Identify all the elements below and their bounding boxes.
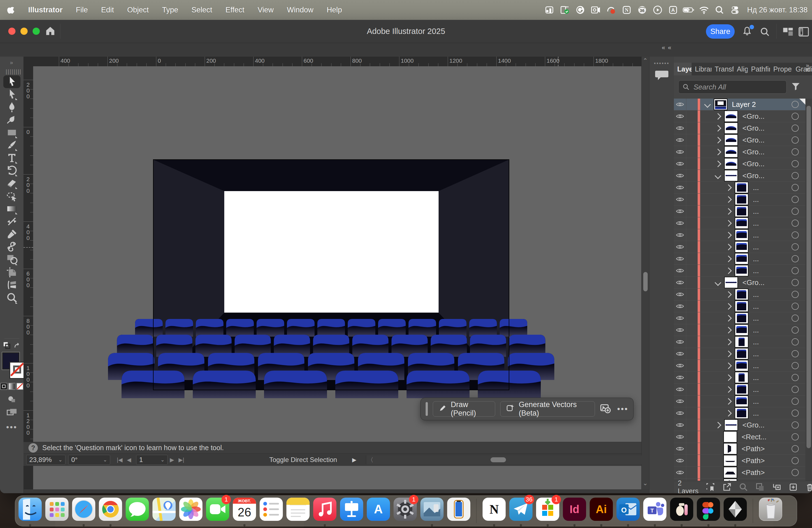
layer-thumbnail[interactable] — [735, 265, 749, 276]
visibility-toggle[interactable] — [674, 395, 686, 407]
direct-selection-tool[interactable] — [3, 88, 20, 101]
layer-thumbnail[interactable] — [735, 182, 749, 193]
draw-pencil-button[interactable]: Draw (Pencil) — [433, 401, 495, 417]
dock-app-appstore[interactable]: A — [366, 495, 391, 526]
chevron-right-icon[interactable] — [725, 386, 731, 393]
target-circle[interactable] — [792, 172, 799, 179]
target-circle[interactable] — [792, 279, 799, 286]
lock-toggle[interactable] — [686, 419, 698, 431]
grammarly-icon[interactable] — [574, 4, 586, 16]
canvas-vertical-scrollbar[interactable]: ⌃ ⌄ — [641, 57, 649, 489]
horizontal-ruler[interactable]: 4002000200400600800100012001400160018002… — [33, 57, 649, 67]
layer-thumbnail[interactable] — [723, 467, 737, 478]
visibility-toggle[interactable] — [674, 289, 686, 300]
chevron-right-icon[interactable] — [714, 113, 721, 120]
panel-tab-transform[interactable]: Transform — [711, 63, 734, 75]
layer-object-row[interactable]: <Gro... — [674, 158, 806, 170]
chevron-right-icon[interactable] — [725, 255, 731, 262]
taskbar-drag-handle[interactable] — [425, 402, 428, 416]
spotlight-icon[interactable] — [713, 4, 726, 16]
layer-thumbnail[interactable] — [735, 336, 749, 348]
layer-object-row[interactable]: <Gro... — [674, 419, 806, 431]
lock-toggle[interactable] — [686, 241, 698, 253]
dock-app-maps[interactable] — [152, 495, 176, 526]
chevron-right-icon[interactable] — [714, 149, 721, 155]
layer-thumbnail[interactable] — [735, 229, 749, 241]
layer-thumbnail[interactable] — [724, 111, 738, 122]
layer-thumbnail[interactable] — [735, 384, 749, 395]
target-circle[interactable] — [792, 457, 799, 464]
lock-toggle[interactable] — [686, 395, 698, 407]
chevron-right-icon[interactable] — [725, 339, 731, 345]
layer-label[interactable]: ... — [753, 350, 792, 358]
layers-search-input[interactable]: Search All — [678, 80, 787, 93]
lasso-tool[interactable] — [3, 190, 20, 202]
last-artboard-icon[interactable]: ▶| — [178, 456, 184, 463]
lock-toggle[interactable] — [686, 99, 698, 110]
layer-object-row[interactable]: ... — [674, 241, 806, 253]
dock-app-safari[interactable] — [72, 495, 96, 526]
chevron-down-icon[interactable] — [714, 172, 721, 179]
lock-toggle[interactable] — [686, 182, 698, 193]
recording-icon[interactable] — [605, 4, 617, 16]
lock-toggle[interactable] — [686, 229, 698, 241]
layer-thumbnail[interactable] — [723, 431, 737, 443]
add-image-icon[interactable] — [600, 403, 611, 415]
panel-strip-grip[interactable]: ▪▪▪▪▪▪ — [653, 60, 670, 66]
layer-object-row[interactable]: ... — [674, 360, 806, 372]
lock-toggle[interactable] — [686, 407, 698, 419]
layer-thumbnail[interactable] — [735, 312, 749, 324]
swap-fill-stroke-icon[interactable] — [12, 341, 21, 351]
menu-item-effect[interactable]: Effect — [219, 6, 251, 14]
taskbar-more-icon[interactable]: ••• — [617, 404, 628, 414]
layer-label[interactable]: ... — [753, 397, 792, 406]
chevron-right-icon[interactable] — [714, 137, 721, 143]
layer-label[interactable]: ... — [753, 373, 792, 382]
dock-app-notes[interactable] — [286, 495, 310, 526]
target-circle[interactable] — [792, 267, 799, 274]
dock-app-keynote[interactable] — [339, 495, 364, 526]
lock-toggle[interactable] — [686, 205, 698, 217]
lock-toggle[interactable] — [686, 431, 698, 443]
screen-mode-icon[interactable] — [6, 408, 17, 418]
visibility-toggle[interactable] — [674, 312, 686, 324]
dock-app-chrome[interactable] — [98, 495, 122, 526]
app-window-icon[interactable] — [543, 4, 555, 16]
menu-item-object[interactable]: Object — [121, 6, 156, 14]
layer-thumbnail[interactable] — [735, 289, 749, 300]
visibility-toggle[interactable] — [674, 265, 686, 276]
layer-thumbnail[interactable] — [735, 395, 749, 407]
zoom-tool[interactable] — [3, 291, 20, 304]
layer-thumbnail[interactable] — [735, 372, 749, 383]
visibility-toggle[interactable] — [674, 384, 686, 395]
ruler-corner[interactable] — [24, 57, 33, 67]
target-circle[interactable] — [792, 184, 799, 191]
comments-panel-icon[interactable] — [655, 69, 669, 82]
lock-toggle[interactable] — [686, 360, 698, 371]
clipping-mask-icon[interactable] — [755, 482, 765, 492]
lock-toggle[interactable] — [686, 455, 698, 466]
scroll-down-icon[interactable]: ⌄ — [643, 480, 648, 487]
layer-object-row[interactable]: ... — [674, 395, 806, 407]
layer-object-row[interactable]: ... — [674, 289, 806, 300]
panel-tab-properties[interactable]: Properties — [770, 63, 793, 75]
wifi-icon[interactable] — [698, 4, 710, 16]
selection-tool[interactable] — [3, 75, 20, 88]
visibility-toggle[interactable] — [674, 431, 686, 443]
share-button[interactable]: Share — [706, 24, 735, 39]
target-circle[interactable] — [792, 148, 799, 156]
visibility-toggle[interactable] — [674, 122, 686, 134]
layer-label[interactable]: ... — [753, 302, 792, 311]
perspective-tool[interactable] — [3, 279, 20, 291]
scroll-left-icon[interactable]: 〈 — [367, 456, 373, 464]
new-sublayer-icon[interactable] — [772, 482, 781, 492]
target-circle[interactable] — [792, 433, 799, 440]
layer-label[interactable]: ... — [753, 231, 792, 239]
lock-toggle[interactable] — [686, 300, 698, 312]
target-circle[interactable] — [792, 326, 799, 334]
layer-object-row[interactable]: ... — [674, 217, 806, 229]
layer-object-row[interactable]: ... — [674, 265, 806, 277]
layer-label[interactable]: ... — [753, 207, 792, 216]
device-check-icon[interactable] — [559, 4, 571, 16]
layer-label[interactable]: ... — [753, 326, 792, 334]
